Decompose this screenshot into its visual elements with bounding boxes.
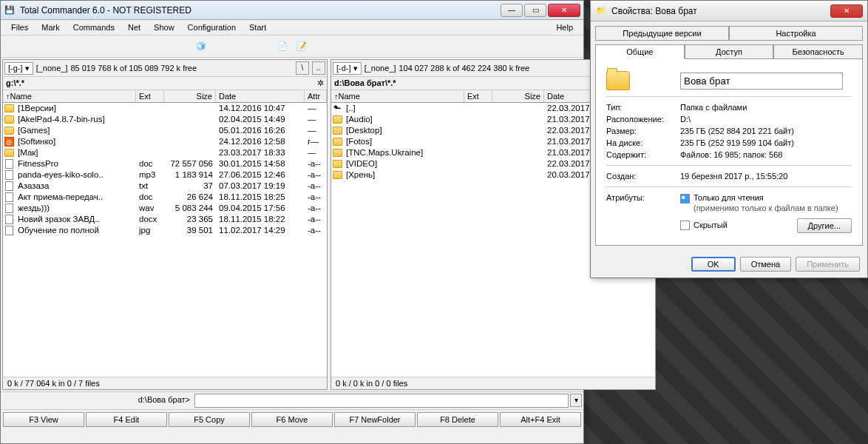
toolbar-icon-3[interactable]: 📝 bbox=[294, 38, 310, 55]
menu-show[interactable]: Show bbox=[148, 21, 180, 33]
hidden-checkbox[interactable] bbox=[680, 221, 690, 230]
file-attr: — bbox=[305, 114, 327, 125]
file-date: 05.01.2016 16:26 bbox=[216, 125, 305, 136]
file-row[interactable]: FitnessProdoc72 557 05630.01.2015 14:58-… bbox=[3, 158, 327, 169]
menu-files[interactable]: Files bbox=[5, 21, 34, 33]
col-size[interactable]: Size bbox=[164, 90, 216, 102]
col-name[interactable]: ↑Name bbox=[331, 90, 464, 102]
menu-net[interactable]: Net bbox=[122, 21, 146, 33]
file-type-icon bbox=[331, 158, 343, 169]
tab-previous-versions[interactable]: Предыдущие версии bbox=[595, 26, 729, 41]
folder-name-input[interactable] bbox=[680, 73, 843, 90]
file-name: [Хрень] bbox=[343, 169, 464, 181]
file-attr: -a-- bbox=[305, 203, 327, 214]
file-date: 07.03.2017 19:19 bbox=[216, 181, 305, 192]
tab-sharing[interactable]: Доступ bbox=[685, 44, 774, 59]
file-row[interactable]: Азазазаtxt3707.03.2017 19:19-a-- bbox=[3, 181, 327, 192]
file-type-icon bbox=[3, 125, 15, 136]
file-ext: mp3 bbox=[136, 169, 164, 181]
file-row[interactable]: Новий зразок ЗАВД..docx23 36518.11.2015 … bbox=[3, 214, 327, 225]
menu-help[interactable]: Help bbox=[550, 21, 579, 33]
size-value: 235 ГБ (252 884 201 221 байт) bbox=[680, 127, 852, 135]
file-row[interactable]: жездь)))wav5 083 24409.04.2015 17:56-a-- bbox=[3, 203, 327, 214]
altf4-exit-button[interactable]: Alt+F4 Exit bbox=[500, 412, 581, 427]
file-name: [AkelPad-4.8.7-bin-rus] bbox=[15, 114, 136, 125]
f3-view-button[interactable]: F3 View bbox=[3, 412, 84, 427]
left-columns: ↑Name Ext Size Date Attr bbox=[3, 90, 327, 103]
left-free-space: 85 019 768 k of 105 089 792 k free bbox=[70, 64, 197, 73]
file-ext bbox=[136, 103, 164, 114]
file-ext bbox=[136, 136, 164, 147]
file-type-icon bbox=[3, 158, 15, 169]
left-drive-select[interactable]: [-g-] ▾ bbox=[4, 62, 33, 75]
left-path[interactable]: g:\*.*✲ bbox=[3, 77, 327, 90]
file-size bbox=[492, 136, 544, 147]
file-ext bbox=[464, 114, 492, 125]
left-fav-icon[interactable]: ✲ bbox=[317, 78, 324, 88]
left-file-list[interactable]: [1Версии]14.12.2016 10:47—[AkelPad-4.8.7… bbox=[3, 103, 327, 377]
file-attr: r— bbox=[305, 136, 327, 147]
other-attributes-button[interactable]: Другие... bbox=[797, 218, 852, 233]
toolbar-icon-1[interactable]: 🧊 bbox=[193, 38, 209, 55]
file-date: 18.11.2015 18:22 bbox=[216, 214, 305, 225]
file-name: Акт приема-передач.. bbox=[15, 192, 136, 203]
tab-security[interactable]: Безопасность bbox=[773, 44, 863, 59]
function-bar: F3 View F4 Edit F5 Copy F6 Move F7 NewFo… bbox=[1, 409, 583, 429]
left-root-button[interactable]: \ bbox=[296, 61, 309, 75]
col-size[interactable]: Size bbox=[492, 90, 544, 102]
props-close-button[interactable]: ✕ bbox=[830, 4, 863, 18]
readonly-checkbox[interactable] bbox=[680, 194, 690, 204]
file-row[interactable]: [Мак]23.03.2017 18:33— bbox=[3, 147, 327, 158]
col-ext[interactable]: Ext bbox=[136, 90, 164, 102]
file-row[interactable]: ◎[Softинко]24.12.2016 12:58r— bbox=[3, 136, 327, 147]
file-row[interactable]: [Games]05.01.2016 16:26— bbox=[3, 125, 327, 136]
f6-move-button[interactable]: F6 Move bbox=[251, 412, 333, 427]
maximize-button[interactable]: ▭ bbox=[524, 4, 546, 17]
tab-general[interactable]: Общие bbox=[595, 44, 685, 59]
left-up-button[interactable]: .. bbox=[312, 61, 325, 75]
menu-commands[interactable]: Commands bbox=[67, 21, 121, 33]
file-size bbox=[492, 169, 544, 181]
file-ext bbox=[464, 147, 492, 158]
ok-button[interactable]: OK bbox=[691, 257, 736, 272]
col-attr[interactable]: Attr bbox=[305, 90, 327, 102]
tc-title: Total Commander 6.0 - NOT REGISTERED bbox=[20, 5, 501, 16]
col-date[interactable]: Date bbox=[216, 90, 305, 102]
readonly-checkbox-row[interactable]: Только для чтения bbox=[680, 193, 852, 204]
menu-mark[interactable]: Mark bbox=[35, 21, 65, 33]
file-size: 1 183 914 bbox=[164, 169, 216, 181]
f4-edit-button[interactable]: F4 Edit bbox=[86, 412, 167, 427]
right-drive-select[interactable]: [-d-] ▾ bbox=[333, 62, 362, 75]
file-size bbox=[492, 114, 544, 125]
file-name: Новий зразок ЗАВД.. bbox=[15, 214, 136, 225]
close-button[interactable]: ✕ bbox=[548, 4, 580, 17]
tab-customize[interactable]: Настройка bbox=[729, 26, 863, 41]
file-row[interactable]: [AkelPad-4.8.7-bin-rus]02.04.2015 14:49— bbox=[3, 114, 327, 125]
file-type-icon: ◎ bbox=[3, 136, 15, 147]
type-label: Тип: bbox=[606, 103, 680, 112]
apply-button[interactable]: Применить bbox=[796, 257, 860, 272]
cmd-input[interactable] bbox=[194, 394, 569, 408]
col-ext[interactable]: Ext bbox=[464, 90, 492, 102]
toolbar-icon-2[interactable]: 📄 bbox=[274, 38, 291, 55]
props-titlebar[interactable]: 📁 Свойства: Вова брат ✕ bbox=[591, 1, 867, 21]
cancel-button[interactable]: Отмена bbox=[740, 257, 791, 272]
hidden-checkbox-row[interactable]: Скрытый bbox=[680, 221, 797, 231]
file-type-icon bbox=[3, 192, 15, 203]
tc-titlebar[interactable]: 💾 Total Commander 6.0 - NOT REGISTERED —… bbox=[1, 1, 583, 20]
minimize-button[interactable]: — bbox=[501, 4, 523, 17]
col-name[interactable]: ↑Name bbox=[3, 90, 136, 102]
file-type-icon bbox=[3, 147, 15, 158]
cmd-dropdown[interactable]: ▾ bbox=[570, 394, 582, 407]
f5-copy-button[interactable]: F5 Copy bbox=[169, 412, 250, 427]
file-row[interactable]: Акт приема-передач..doc26 62418.11.2015 … bbox=[3, 192, 327, 203]
menu-configuration[interactable]: Configuration bbox=[182, 21, 242, 33]
menu-start[interactable]: Start bbox=[243, 21, 272, 33]
f8-delete-button[interactable]: F8 Delete bbox=[417, 412, 498, 427]
file-ext bbox=[464, 158, 492, 169]
f7-newfolder-button[interactable]: F7 NewFolder bbox=[334, 412, 416, 427]
file-row[interactable]: Обучение по полнойjpg39 50111.02.2017 14… bbox=[3, 225, 327, 236]
file-row[interactable]: panda-eyes-kiko-solo..mp31 183 91427.06.… bbox=[3, 169, 327, 181]
file-date: 30.01.2015 14:58 bbox=[216, 158, 305, 169]
file-row[interactable]: [1Версии]14.12.2016 10:47— bbox=[3, 103, 327, 114]
